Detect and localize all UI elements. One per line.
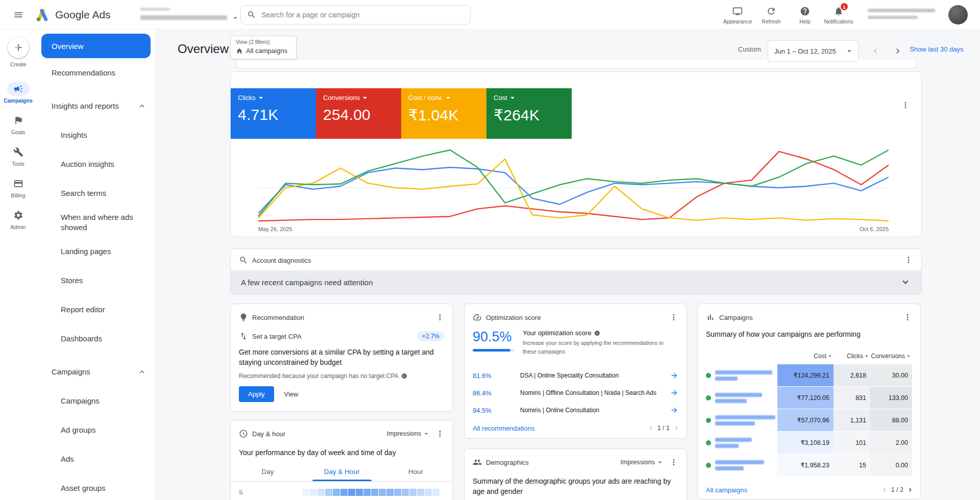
all-recommendations-link[interactable]: All recommendations [473, 424, 534, 432]
column-header-cost[interactable]: Cost [777, 353, 834, 360]
metric-value: 4.71K [238, 106, 316, 123]
nav-item-insights[interactable]: Insights [36, 120, 156, 149]
info-icon [401, 373, 407, 379]
uplift-badge: +2.7% [417, 331, 445, 341]
heatmap-row-label: S [239, 489, 246, 495]
column-header-clicks[interactable]: Clicks [834, 353, 870, 360]
nav-item-ad-groups[interactable]: Ad groups [36, 415, 156, 444]
column-header-conversions[interactable]: Conversions [870, 353, 912, 360]
optimization-menu-button[interactable] [667, 311, 680, 324]
nav-item-search-terms[interactable]: Search terms [36, 179, 156, 208]
metric-tile-cost-per-conv[interactable]: Cost / conv. ₹1.04K [401, 88, 486, 139]
optimization-campaign-row[interactable]: 81.6% DSA | Online Speciality Consultati… [464, 367, 687, 384]
view-filters-chip[interactable]: View (2 filters) All campaigns [230, 36, 297, 59]
tab-day-and-hour[interactable]: Day & Hour [305, 463, 379, 481]
rail-item-label: Goals [11, 129, 25, 135]
campaign-table-row: ₹3,108.19 101 2.00 [706, 432, 912, 454]
nav-item-landing-pages[interactable]: Landing pages [36, 237, 156, 266]
cost-cell: ₹124,299.21 [777, 364, 834, 386]
chevron-left-icon[interactable] [647, 424, 655, 432]
rail-item-billing[interactable]: Billing [0, 171, 36, 203]
view-button[interactable]: View [278, 386, 305, 402]
redacted-customer-id [868, 16, 918, 19]
date-prev-button[interactable] [867, 42, 884, 60]
optimization-campaign-row[interactable]: 86.4% Nomiris | Offline Consultation | N… [464, 384, 687, 402]
clicks-cell: 101 [834, 432, 870, 454]
metric-tile-cost[interactable]: Cost ₹264K [486, 88, 572, 139]
campaign-name-link[interactable] [706, 387, 777, 409]
nav-section-label: Campaigns [52, 367, 90, 376]
apply-button[interactable]: Apply [239, 386, 274, 402]
chevron-left-icon[interactable] [880, 486, 889, 494]
appearance-button[interactable]: Appearance [721, 3, 754, 24]
chart-card-menu-button[interactable] [899, 98, 912, 112]
notification-badge: 1 [841, 3, 848, 10]
show-last-30-days-link[interactable]: Show last 30 days [910, 45, 964, 53]
notifications-button[interactable]: Notifications 1 [822, 3, 855, 24]
account-switcher[interactable] [140, 8, 239, 22]
campaign-name-link[interactable] [706, 364, 777, 386]
nav-section-campaigns[interactable]: Campaigns [36, 357, 156, 386]
campaign-name-link[interactable] [706, 432, 777, 454]
demographics-menu-button[interactable] [667, 456, 680, 469]
nav-item-overview[interactable]: Overview [41, 34, 151, 58]
rail-item-admin[interactable]: Admin [0, 203, 36, 235]
global-search[interactable] [240, 5, 471, 24]
heatmap-cell [402, 489, 409, 496]
campaigns-summary-card: Campaigns Summary of how your campaigns … [697, 304, 921, 499]
nav-section-insights-and-reports[interactable]: Insights and reports [36, 91, 156, 120]
campaigns-menu-button[interactable] [901, 311, 914, 324]
chevron-right-icon[interactable] [906, 486, 914, 494]
arrow-right-icon [670, 371, 678, 380]
create-button[interactable] [8, 37, 29, 58]
nav-item-auction-insights[interactable]: Auction insights [36, 149, 156, 179]
nav-item-stores[interactable]: Stores [36, 266, 156, 295]
metric-tile-clicks[interactable]: Clicks 4.71K [231, 88, 316, 139]
line-chart-svg [258, 148, 889, 224]
day-hour-metric-dropdown[interactable]: Impressions [387, 430, 430, 438]
demographics-metric-dropdown[interactable]: Impressions [621, 458, 664, 466]
metric-tiles: Clicks 4.71K Conversions 254.00 Cost / c… [231, 88, 921, 139]
heatmap-cell [417, 489, 424, 496]
campaign-name-link[interactable] [706, 409, 777, 431]
heatmap-cell [379, 489, 386, 496]
all-campaigns-link[interactable]: All campaigns [706, 486, 747, 494]
tab-hour[interactable]: Hour [379, 463, 453, 481]
diagnostics-alert-row[interactable]: A few recent campaigns need attention [231, 270, 921, 294]
day-hour-menu-button[interactable] [433, 427, 447, 440]
nav-item-recommendations[interactable]: Recommendations [36, 58, 156, 87]
chevron-right-icon[interactable] [672, 424, 680, 432]
nav-item-when-and-where-ads-showed[interactable]: When and where ads showed [36, 208, 156, 237]
nav-item-dashboards[interactable]: Dashboards [36, 324, 156, 353]
nav-item-ads[interactable]: Ads [36, 444, 156, 473]
refresh-button[interactable]: Refresh [754, 3, 788, 24]
date-range-picker[interactable]: Jun 1 – Oct 12, 2025 [768, 40, 859, 62]
help-button[interactable]: Help [788, 3, 822, 24]
optimization-campaign-row[interactable]: 94.5% Nomiris | Online Consultation [464, 402, 687, 419]
date-next-button[interactable] [889, 42, 906, 60]
rail-item-tools[interactable]: Tools [0, 140, 36, 171]
hamburger-menu-icon[interactable] [11, 8, 26, 22]
rail-item-goals[interactable]: Goals [0, 108, 36, 140]
nav-item-asset-groups[interactable]: Asset groups [36, 473, 156, 500]
redacted-campaign-name [715, 466, 744, 470]
rail-item-create[interactable]: Create [8, 37, 29, 67]
nav-item-label: Overview [52, 42, 84, 51]
action-label: Notifications [824, 18, 853, 24]
nav-item-campaigns[interactable]: Campaigns [36, 386, 156, 415]
score-progress-bar [473, 349, 514, 352]
diagnostics-menu-button[interactable] [902, 253, 915, 266]
chevron-up-icon [137, 102, 146, 111]
chevron-down-icon [259, 97, 263, 99]
nav-item-report-editor[interactable]: Report editor [36, 295, 156, 324]
recommendation-menu-button[interactable] [433, 311, 447, 324]
tab-day[interactable]: Day [231, 463, 305, 481]
avatar[interactable] [948, 5, 968, 24]
redacted-campaign-name [715, 415, 775, 419]
search-input[interactable] [261, 11, 464, 19]
metric-tile-conversions[interactable]: Conversions 254.00 [316, 88, 401, 139]
rail-item-campaigns[interactable]: Campaigns [0, 77, 36, 108]
campaign-name-link[interactable] [706, 454, 777, 476]
heatmap-cell [340, 489, 348, 496]
clicks-cell: 1,131 [834, 409, 870, 431]
